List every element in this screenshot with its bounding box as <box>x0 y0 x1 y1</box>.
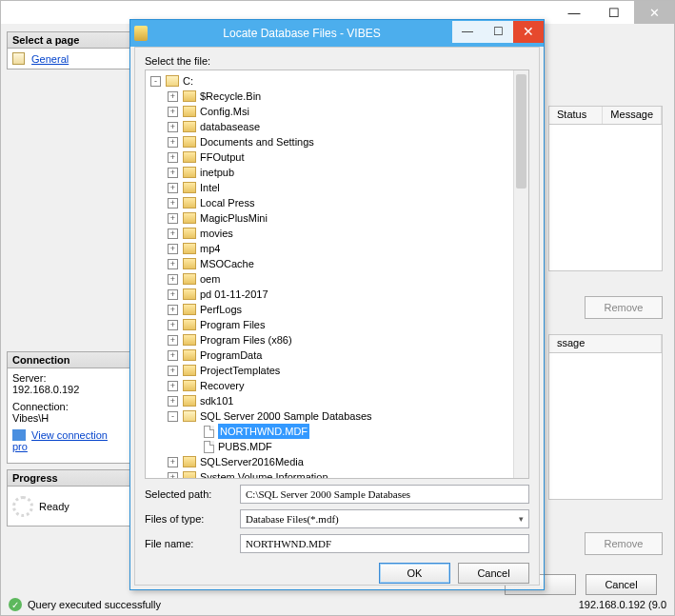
dialog-minimize-button[interactable]: — <box>452 21 483 43</box>
tree-label: SQLServer2016Media <box>200 454 304 469</box>
tree-label: databasease <box>200 119 260 134</box>
file-type-select[interactable]: Database Files(*.mdf) ▾ <box>240 509 529 528</box>
parent-cancel-button[interactable]: Cancel <box>586 574 657 595</box>
expand-icon[interactable]: + <box>168 244 178 254</box>
results-table2-header: ssage <box>548 334 663 353</box>
progress-spinner-icon <box>12 496 33 517</box>
tree-row[interactable]: +SQLServer2016Media <box>148 454 526 469</box>
expand-icon[interactable]: + <box>168 289 178 300</box>
expand-icon[interactable]: + <box>168 152 178 163</box>
tree-row[interactable]: +Program Files (x86) <box>148 332 526 348</box>
progress-panel: Ready <box>7 487 130 527</box>
tree-row[interactable]: +oem <box>148 271 526 287</box>
expand-icon[interactable]: + <box>168 213 178 224</box>
col-status[interactable]: Status <box>549 107 603 124</box>
expand-icon[interactable]: + <box>168 381 178 391</box>
expand-icon[interactable]: + <box>168 259 178 269</box>
dialog-maximize-button[interactable]: ☐ <box>483 21 513 43</box>
expand-icon[interactable]: + <box>168 107 178 117</box>
tree-label: FFOutput <box>200 149 244 165</box>
expand-icon[interactable]: + <box>168 335 178 346</box>
tree-row[interactable]: +FFOutput <box>148 149 526 165</box>
page-general-link[interactable]: General <box>31 53 69 65</box>
expand-icon[interactable]: + <box>168 472 178 480</box>
file-type-label: Files of type: <box>145 513 240 525</box>
selected-path-input[interactable] <box>240 485 529 504</box>
tree-row[interactable]: +databasease <box>148 119 526 134</box>
tree-row[interactable]: -SQL Server 2000 Sample Databases <box>148 408 526 424</box>
tree-row[interactable]: +pd 01-11-2017 <box>148 287 526 302</box>
tree-row[interactable]: +Documents and Settings <box>148 134 526 149</box>
tree-label: Recovery <box>200 378 244 393</box>
expand-icon[interactable]: + <box>168 91 178 102</box>
expand-icon[interactable]: + <box>168 198 178 209</box>
tree-scrollbar[interactable] <box>513 70 528 478</box>
expand-icon[interactable]: + <box>168 320 178 330</box>
select-page-panel: General <box>7 49 130 70</box>
server-value: 192.168.0.192 <box>12 384 125 395</box>
expand-icon[interactable]: - <box>168 411 178 422</box>
network-icon <box>12 429 26 441</box>
ok-button[interactable]: OK <box>379 563 450 584</box>
expand-icon[interactable]: + <box>168 366 178 376</box>
tree-label: PUBS.MDF <box>218 439 272 454</box>
tree-label: pd 01-11-2017 <box>200 287 268 302</box>
tree-row[interactable]: -C: <box>148 73 526 89</box>
parent-minimize-button[interactable]: — <box>554 1 594 24</box>
expand-icon[interactable]: + <box>168 457 178 467</box>
expand-icon[interactable]: + <box>168 229 178 239</box>
tree-label: inetpub <box>200 165 234 180</box>
tree-label: movies <box>200 226 233 241</box>
tree-row[interactable]: +Intel <box>148 180 526 195</box>
tree-row[interactable]: +ProgramData <box>148 348 526 363</box>
tree-row[interactable]: +Program Files <box>148 317 526 332</box>
tree-label: MagicPlusMini <box>200 210 268 226</box>
col-ssage[interactable]: ssage <box>549 335 662 352</box>
tree-row[interactable]: +PerfLogs <box>148 302 526 317</box>
tree-label: System Volume Information <box>200 469 328 479</box>
folder-icon <box>183 365 196 376</box>
expand-icon[interactable]: + <box>168 350 178 361</box>
tree-row[interactable]: +movies <box>148 226 526 241</box>
expand-icon[interactable]: + <box>168 183 178 193</box>
locate-db-dialog: Locate Database Files - VIBES — ☐ ✕ Sele… <box>129 19 545 590</box>
tree-label: ProgramData <box>200 348 262 363</box>
tree-row[interactable]: +System Volume Information <box>148 469 526 479</box>
tree-row[interactable]: +MSOCache <box>148 256 526 271</box>
tree-row[interactable]: +ProjectTemplates <box>148 363 526 378</box>
dialog-close-button[interactable]: ✕ <box>513 21 544 43</box>
progress-header: Progress <box>7 469 130 487</box>
expand-icon[interactable]: - <box>150 76 161 87</box>
tree-row[interactable]: +Recovery <box>148 378 526 393</box>
cancel-button[interactable]: Cancel <box>458 563 529 584</box>
expand-icon[interactable]: + <box>168 122 178 132</box>
tree-row[interactable]: NORTHWND.MDF <box>148 424 526 439</box>
expand-icon[interactable]: + <box>168 305 178 315</box>
tree-row[interactable]: +MagicPlusMini <box>148 210 526 226</box>
remove-button-top[interactable]: Remove <box>585 296 663 319</box>
file-name-input[interactable] <box>240 534 529 553</box>
folder-icon <box>183 106 196 117</box>
expand-icon[interactable]: + <box>168 137 178 148</box>
tree-row[interactable]: +inetpub <box>148 165 526 180</box>
parent-close-button[interactable]: ✕ <box>634 1 674 24</box>
expand-icon[interactable]: + <box>168 396 178 407</box>
view-connection-link[interactable]: View connection pro <box>12 429 108 452</box>
tree-row[interactable]: +Local Press <box>148 195 526 210</box>
expand-icon[interactable]: + <box>168 274 178 285</box>
parent-maximize-button[interactable]: ☐ <box>594 1 634 24</box>
folder-icon <box>183 319 196 330</box>
tree-row[interactable]: +mp4 <box>148 241 526 256</box>
file-tree[interactable]: -C:+$Recycle.Bin+Config.Msi+databasease+… <box>145 70 529 479</box>
tree-row[interactable]: +sdk101 <box>148 393 526 408</box>
remove-button-bottom[interactable]: Remove <box>585 532 663 555</box>
server-label: Server: <box>12 372 125 384</box>
tree-row[interactable]: PUBS.MDF <box>148 439 526 454</box>
col-message[interactable]: Message <box>603 107 662 124</box>
tree-row[interactable]: +$Recycle.Bin <box>148 89 526 104</box>
expand-icon[interactable]: + <box>168 168 178 178</box>
file-type-value: Database Files(*.mdf) <box>246 513 339 525</box>
dialog-titlebar[interactable]: Locate Database Files - VIBES — ☐ ✕ <box>130 20 544 47</box>
tree-label: mp4 <box>200 241 220 256</box>
tree-row[interactable]: +Config.Msi <box>148 104 526 119</box>
